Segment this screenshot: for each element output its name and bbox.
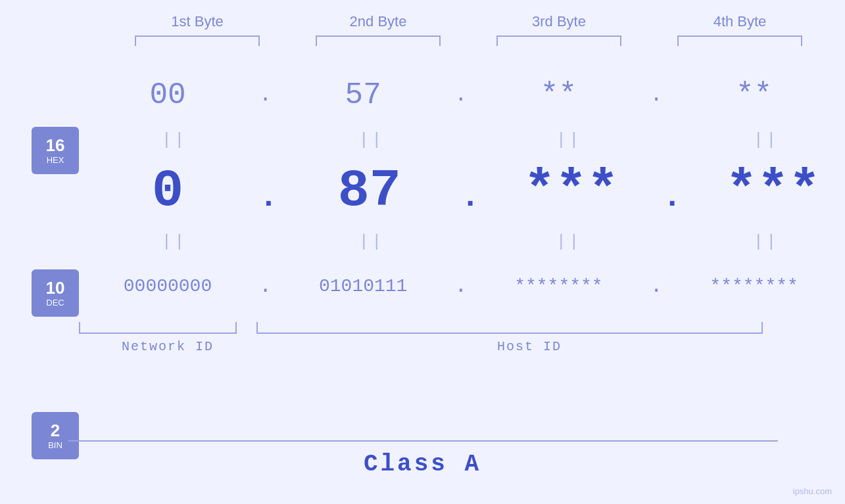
- hex-val-4: **: [736, 78, 772, 112]
- bin-val-1: 00000000: [124, 276, 212, 296]
- bin-dot-2: .: [454, 274, 467, 298]
- hex-cell-2: 57: [274, 78, 452, 112]
- network-id-label: Network ID: [79, 339, 256, 354]
- sep2-cell-2: ||: [283, 232, 460, 252]
- label-gap: [256, 339, 276, 354]
- dec-dot-2: .: [461, 179, 480, 227]
- header-brackets: [107, 35, 831, 46]
- dec-val-3: ***: [524, 161, 619, 221]
- bottom-labels: Network ID Host ID: [79, 339, 845, 354]
- dec-row: 0 . 87 . *** . ***: [79, 154, 845, 227]
- bin-val-3: ********: [514, 276, 602, 296]
- dec-cell-4: ***: [684, 161, 845, 221]
- bottom-brackets: [79, 322, 845, 334]
- sep-cell-3: ||: [480, 130, 658, 150]
- dec-dot-3: .: [663, 179, 682, 227]
- host-id-label: Host ID: [276, 339, 783, 354]
- watermark: ipshu.com: [793, 486, 832, 496]
- bin-cell-3: ********: [470, 276, 647, 296]
- bin-val-2: 01010111: [319, 276, 407, 296]
- bin-val-4: ********: [710, 276, 798, 296]
- sep-cell-4: ||: [677, 130, 845, 150]
- hex-row: 00 . 57 . ** . **: [79, 66, 845, 125]
- right-rows: 00 . 57 . ** . ** || ||: [79, 66, 845, 459]
- bin-cell-4: ********: [665, 276, 843, 296]
- hex-dot-3: .: [650, 85, 662, 106]
- bracket-byte4: [677, 35, 802, 46]
- dec-cell-2: 87: [281, 161, 458, 221]
- hex-val-3: **: [541, 78, 577, 112]
- class-a-line: [68, 440, 778, 442]
- sep-hex-dec: || || || ||: [79, 125, 845, 154]
- host-bracket: [256, 322, 763, 334]
- bottom-bracket-area: Network ID Host ID: [79, 322, 845, 354]
- hex-cell-3: **: [470, 78, 647, 112]
- class-a-text: Class A: [364, 451, 481, 478]
- hex-val-1: 00: [149, 78, 185, 112]
- sep2-cell-1: ||: [85, 232, 263, 252]
- dec-cell-3: ***: [483, 161, 660, 221]
- hex-dot-2: .: [454, 85, 467, 106]
- byte-headers: 1st Byte 2nd Byte 3rd Byte 4th Byte: [107, 13, 831, 30]
- byte1-header: 1st Byte: [125, 13, 270, 30]
- middle-section: 16 HEX 10 DEC 2 BIN 00 .: [0, 66, 845, 459]
- byte2-header: 2nd Byte: [306, 13, 450, 30]
- dec-val-4: ***: [725, 161, 820, 221]
- dec-dot-1: .: [259, 179, 278, 227]
- byte4-header: 4th Byte: [667, 13, 812, 30]
- dec-val-1: 0: [152, 161, 183, 221]
- bracket-byte2: [316, 35, 441, 46]
- left-badges: 16 HEX 10 DEC 2 BIN: [0, 66, 79, 459]
- hex-dot-1: .: [259, 85, 272, 106]
- bin-row: 00000000 . 01010111 . ******** . *******…: [79, 256, 845, 315]
- byte3-header: 3rd Byte: [487, 13, 631, 30]
- class-a-section: Class A: [0, 440, 845, 478]
- sep-dec-bin: || || || ||: [79, 227, 845, 256]
- main-container: 1st Byte 2nd Byte 3rd Byte 4th Byte 16 H…: [0, 0, 845, 504]
- sep2-cell-4: ||: [677, 232, 845, 252]
- dec-val-2: 87: [338, 161, 401, 221]
- dec-badge: 10 DEC: [32, 269, 79, 317]
- hex-val-2: 57: [345, 78, 381, 112]
- sep-cell-1: ||: [85, 130, 263, 150]
- hex-cell-4: **: [665, 78, 843, 112]
- hex-cell-1: 00: [79, 78, 256, 112]
- bin-dot-1: .: [259, 274, 272, 298]
- sep-cell-2: ||: [283, 130, 460, 150]
- network-bracket: [79, 322, 237, 334]
- bin-dot-3: .: [650, 274, 662, 298]
- bracket-byte1: [135, 35, 260, 46]
- dec-cell-1: 0: [79, 161, 256, 221]
- bin-cell-1: 00000000: [79, 276, 256, 296]
- hex-badge: 16 HEX: [32, 127, 79, 174]
- bracket-byte3: [496, 35, 621, 46]
- sep2-cell-3: ||: [480, 232, 658, 252]
- bin-cell-2: 01010111: [274, 276, 452, 296]
